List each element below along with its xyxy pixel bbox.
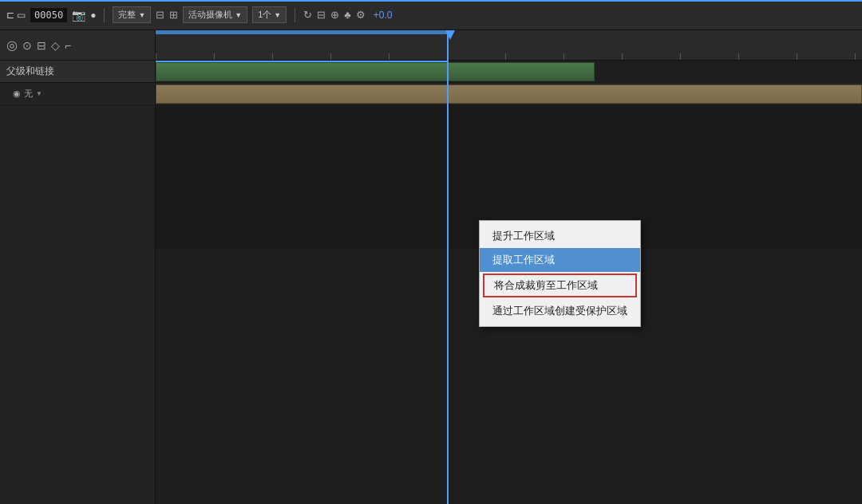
context-menu-item-1[interactable]: 提升工作区域 [480, 224, 640, 248]
left-panel-toolbar: ◎ ⊙ ⊟ ◇ ⌐ [0, 30, 155, 61]
color-wheel-icon[interactable]: ● [90, 10, 96, 21]
track-chevron-icon[interactable]: ▼ [36, 90, 42, 97]
column-header-label: 父级和链接 [6, 65, 54, 78]
quality-dropdown[interactable]: 完整 ▼ [113, 6, 151, 23]
ruler-mark: 00080 [622, 53, 623, 60]
eye-icon[interactable]: ◉ [13, 89, 21, 99]
right-timeline: 00000 00010 00020 00030 00040 00050 0006… [156, 30, 862, 504]
left-toolbar-icon-2[interactable]: ⊙ [22, 39, 32, 52]
ruler-mark: 00070 [563, 53, 564, 60]
left-toolbar-icon-1[interactable]: ◎ [6, 37, 18, 53]
left-toolbar-icon-3[interactable]: ⊟ [37, 39, 46, 52]
playhead-top-marker[interactable] [445, 30, 455, 40]
rotate-icon[interactable]: ↻ [303, 9, 312, 21]
camera-dropdown[interactable]: 活动摄像机 ▼ [183, 6, 247, 23]
camera-label: 活动摄像机 [188, 9, 232, 21]
ruler-mark: 00060 [505, 53, 506, 60]
playhead-line [447, 30, 449, 504]
ruler-mark: 00000 [156, 53, 156, 60]
chevron-down-icon: ▼ [138, 11, 145, 19]
value-display: +0.0 [374, 10, 393, 21]
count-chevron-icon: ▼ [274, 11, 281, 19]
ruler-mark: 00100 [738, 53, 739, 60]
count-label: 1个 [258, 9, 271, 21]
gear-icon[interactable]: ⚙ [356, 9, 366, 21]
tree-icon[interactable]: ♣ [344, 9, 351, 21]
merge-icon[interactable]: ⊕ [330, 9, 339, 21]
ruler-mark: 00110 [797, 53, 797, 60]
column-header-parent: 父级和链接 [0, 61, 155, 83]
track-content-row-2 [156, 83, 862, 105]
track-content-row-1 [156, 61, 862, 83]
divider-1 [104, 8, 105, 22]
quality-label: 完整 [118, 9, 136, 21]
left-toolbar-icon-5[interactable]: ⌐ [65, 39, 71, 52]
left-toolbar-icon-4[interactable]: ◇ [51, 39, 60, 52]
context-menu-item-3[interactable]: 将合成裁剪至工作区域 [483, 274, 637, 297]
top-toolbar: ⊏ ▭ 00050 📷 ● 完整 ▼ ⊟ ⊞ 活动摄像机 ▼ 1个 ▼ ↻ ⊟ … [0, 0, 862, 30]
ruler-mark: 00030 [330, 53, 331, 60]
toolbar-icon-mid[interactable]: ⊏ [6, 10, 14, 21]
timecode-display[interactable]: 00050 [30, 8, 67, 22]
camera-chevron-icon: ▼ [235, 11, 242, 19]
left-panel: ◎ ⊙ ⊟ ◇ ⌐ 父级和链接 ◉ 无 ▼ [0, 30, 156, 504]
timeline-ruler: 00000 00010 00020 00030 00040 00050 0006… [156, 30, 862, 61]
toolbar-left-icons: ⊏ ▭ [6, 10, 26, 21]
toolbar-icon-square[interactable]: ▭ [17, 10, 26, 21]
layers-icon[interactable]: ⊟ [317, 9, 326, 21]
ruler-mark: 00010 [214, 53, 215, 60]
count-dropdown[interactable]: 1个 ▼ [252, 6, 287, 23]
context-menu-item-4[interactable]: 通过工作区域创建受保护区域 [480, 299, 640, 323]
timeline-area: ◎ ⊙ ⊟ ◇ ⌐ 父级和链接 ◉ 无 ▼ 00000 00010 [0, 30, 862, 504]
context-menu-item-3-wrapper: 将合成裁剪至工作区域 [480, 272, 640, 299]
camera-icon[interactable]: 📷 [72, 9, 85, 22]
track-row-none: ◉ 无 ▼ [0, 83, 155, 105]
work-area-bar[interactable] [156, 30, 447, 34]
context-menu-item-2[interactable]: 提取工作区域 [480, 248, 640, 272]
ruler-mark: 00120 [855, 53, 856, 60]
track-clip-tan[interactable] [156, 85, 862, 104]
ruler-mark: 00090 [680, 53, 681, 60]
context-menu: 提升工作区域 提取工作区域 将合成裁剪至工作区域 通过工作区域创建受保护区域 [479, 220, 641, 327]
ruler-mark: 00020 [272, 53, 273, 60]
toolbar-icon-monitor[interactable]: ⊟ [156, 9, 164, 21]
ruler-mark: 00040 [389, 53, 389, 60]
toolbar-icon-grid[interactable]: ⊞ [169, 9, 178, 21]
track-clip-green[interactable] [156, 62, 595, 81]
ruler-marks-container: 00000 00010 00020 00030 00040 00050 0006… [156, 30, 862, 60]
none-label: 无 [24, 88, 33, 100]
divider-2 [295, 8, 295, 22]
